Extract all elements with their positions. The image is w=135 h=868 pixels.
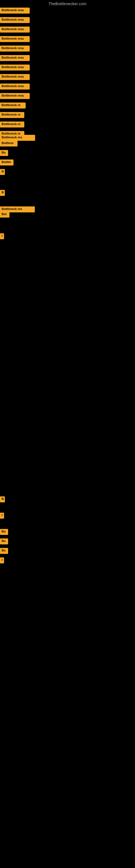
- bottleneck-result-button-21[interactable]: Bot: [0, 212, 9, 218]
- bottleneck-result-button-29[interactable]: I: [0, 557, 4, 563]
- bottleneck-result-button-26[interactable]: Bo: [0, 529, 8, 535]
- bottleneck-result-button-27[interactable]: Bo: [0, 538, 8, 545]
- bottleneck-result-button-15[interactable]: Bottleneck res: [0, 135, 35, 141]
- bottleneck-result-button-1[interactable]: Bottleneck resu: [0, 8, 30, 13]
- bottleneck-result-button-19[interactable]: B: [0, 169, 5, 175]
- bottleneck-result-button-23[interactable]: I: [0, 233, 4, 239]
- bottleneck-result-button-16[interactable]: Bottlene: [0, 141, 17, 147]
- bottleneck-result-button-17[interactable]: Bo: [0, 150, 8, 156]
- bottleneck-result-button-9[interactable]: Bottleneck resu: [0, 84, 30, 90]
- bottleneck-result-button-20[interactable]: B: [0, 190, 5, 196]
- bottleneck-result-button-11[interactable]: Bottleneck re: [0, 102, 26, 108]
- bottleneck-result-button-4[interactable]: Bottleneck resu: [0, 36, 30, 42]
- bottleneck-result-button-7[interactable]: Bottleneck resu: [0, 65, 30, 70]
- bottleneck-result-button-2[interactable]: Bottleneck resu: [0, 17, 30, 23]
- bottleneck-result-button-6[interactable]: Bottleneck resu: [0, 55, 30, 61]
- bottleneck-result-button-18[interactable]: Bottler: [0, 159, 13, 165]
- bottleneck-result-button-22[interactable]: Bottleneck res: [0, 207, 35, 212]
- bottleneck-result-button-25[interactable]: I: [0, 513, 4, 519]
- site-title: TheBottlenecker.com: [0, 0, 135, 7]
- bottleneck-result-button-3[interactable]: Bottleneck resu: [0, 27, 30, 33]
- bottleneck-result-button-12[interactable]: Bottleneck re: [0, 112, 24, 118]
- bottleneck-result-button-28[interactable]: Bo: [0, 548, 8, 554]
- bottleneck-result-button-13[interactable]: Bottleneck re: [0, 122, 24, 127]
- bottleneck-result-button-24[interactable]: B: [0, 496, 5, 502]
- bottleneck-result-button-5[interactable]: Bottleneck resu: [0, 45, 30, 52]
- bottleneck-result-button-8[interactable]: Bottleneck resu: [0, 74, 30, 80]
- bottleneck-result-button-10[interactable]: Bottleneck resu: [0, 93, 30, 99]
